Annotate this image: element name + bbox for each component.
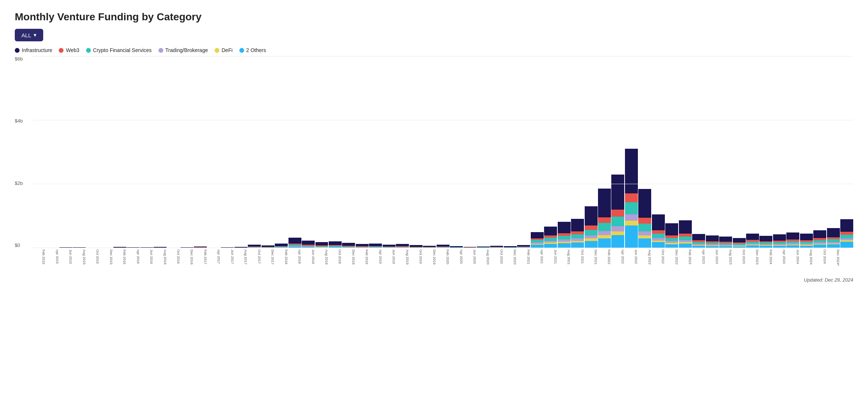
bar-segment-web3[interactable]	[638, 218, 651, 224]
bar-segment-crypto[interactable]	[598, 223, 611, 231]
bar-segment-infra[interactable]	[638, 189, 651, 218]
bar-segment-others[interactable]	[315, 248, 328, 248]
bar-segment-others[interactable]	[692, 246, 705, 248]
bar-segment-crypto[interactable]	[571, 234, 584, 238]
bar-segment-infra[interactable]	[800, 234, 813, 240]
bar-segment-infra[interactable]	[692, 234, 705, 240]
bar-segment-others[interactable]	[827, 244, 840, 248]
bar-segment-infra[interactable]	[288, 238, 301, 244]
bar-segment-infra[interactable]	[531, 232, 544, 238]
bar-segment-infra[interactable]	[369, 244, 382, 246]
bar-segment-others[interactable]	[611, 235, 624, 248]
bar-segment-web3[interactable]	[840, 232, 853, 235]
bar-segment-others[interactable]	[275, 248, 288, 248]
bar-segment-crypto[interactable]	[665, 238, 678, 241]
bar-segment-infra[interactable]	[342, 243, 355, 246]
bar-segment-others[interactable]	[262, 248, 274, 248]
bar-segment-others[interactable]	[383, 248, 396, 248]
bar-segment-defi[interactable]	[625, 221, 638, 225]
bar-segment-infra[interactable]	[773, 234, 786, 240]
bar-segment-others[interactable]	[410, 248, 423, 248]
bar-segment-infra[interactable]	[786, 232, 799, 240]
bar-segment-crypto[interactable]	[652, 234, 665, 238]
bar-segment-web3[interactable]	[571, 231, 584, 234]
bar-segment-crypto[interactable]	[827, 239, 840, 242]
bar-segment-infra[interactable]	[706, 235, 719, 241]
all-filter-button[interactable]: ALL ▾	[15, 29, 43, 41]
bar-segment-others[interactable]	[504, 248, 517, 248]
bar-segment-infra[interactable]	[611, 175, 624, 210]
bar-segment-others[interactable]	[437, 248, 450, 248]
bar-segment-others[interactable]	[342, 248, 355, 248]
bar-segment-infra[interactable]	[827, 228, 840, 237]
bar-segment-infra[interactable]	[813, 230, 826, 238]
bar-segment-others[interactable]	[356, 248, 369, 248]
bar-segment-crypto[interactable]	[544, 238, 557, 241]
bar-segment-others[interactable]	[652, 242, 665, 248]
bar-segment-crypto[interactable]	[625, 202, 638, 214]
bar-segment-infra[interactable]	[544, 227, 557, 235]
bar-segment-others[interactable]	[288, 247, 301, 248]
bar-segment-infra[interactable]	[746, 234, 759, 240]
bar-segment-others[interactable]	[302, 247, 315, 248]
bar-segment-infra[interactable]	[315, 242, 328, 245]
bar-segment-others[interactable]	[625, 225, 638, 248]
bar-segment-others[interactable]	[665, 244, 678, 248]
bar-segment-crypto[interactable]	[840, 235, 853, 238]
bar-segment-crypto[interactable]	[585, 230, 598, 236]
bar-segment-crypto[interactable]	[638, 224, 651, 231]
bar-segment-others[interactable]	[706, 246, 719, 248]
bar-segment-infra[interactable]	[585, 206, 598, 225]
bar-segment-others[interactable]	[813, 245, 826, 248]
bar-segment-infra[interactable]	[679, 220, 692, 234]
bar-segment-defi[interactable]	[638, 235, 651, 238]
bar-segment-others[interactable]	[396, 248, 409, 248]
bar-segment-others[interactable]	[558, 243, 571, 248]
bar-segment-others[interactable]	[773, 246, 786, 248]
bar-segment-others[interactable]	[800, 246, 813, 248]
bar-segment-others[interactable]	[490, 248, 503, 248]
bar-segment-web3[interactable]	[585, 225, 598, 230]
bar-segment-others[interactable]	[585, 241, 598, 248]
bar-segment-others[interactable]	[531, 245, 544, 248]
bar-segment-infra[interactable]	[652, 214, 665, 230]
bar-segment-others[interactable]	[759, 246, 772, 248]
bar-segment-crypto[interactable]	[679, 237, 692, 240]
bar-segment-infra[interactable]	[571, 219, 584, 232]
bar-segment-others[interactable]	[719, 246, 732, 248]
bar-segment-infra[interactable]	[302, 241, 315, 245]
bar-segment-crypto[interactable]	[531, 240, 544, 242]
bar-segment-others[interactable]	[544, 244, 557, 248]
bar-segment-others[interactable]	[369, 248, 382, 248]
bar-segment-infra[interactable]	[598, 189, 611, 217]
bar-segment-trading[interactable]	[585, 235, 598, 238]
bar-segment-infra[interactable]	[759, 236, 772, 241]
bar-segment-infra[interactable]	[275, 244, 288, 246]
bar-segment-others[interactable]	[638, 238, 651, 248]
bar-segment-web3[interactable]	[679, 234, 692, 236]
bar-segment-trading[interactable]	[638, 231, 651, 235]
bar-segment-crypto[interactable]	[558, 236, 571, 240]
bar-segment-others[interactable]	[733, 247, 746, 248]
bar-segment-crypto[interactable]	[611, 217, 624, 226]
bar-segment-others[interactable]	[786, 245, 799, 248]
bar-segment-trading[interactable]	[598, 231, 611, 235]
bar-segment-web3[interactable]	[625, 193, 638, 202]
bar-segment-infra[interactable]	[625, 149, 638, 193]
bar-segment-web3[interactable]	[598, 217, 611, 223]
bar-segment-web3[interactable]	[652, 230, 665, 234]
bar-segment-web3[interactable]	[558, 233, 571, 236]
bar-segment-others[interactable]	[598, 238, 611, 248]
bar-segment-web3[interactable]	[611, 210, 624, 217]
bar-segment-others[interactable]	[679, 244, 692, 248]
bar-segment-defi[interactable]	[598, 235, 611, 238]
bar-segment-others[interactable]	[571, 242, 584, 248]
bar-segment-infra[interactable]	[719, 237, 732, 242]
bar-segment-infra[interactable]	[665, 223, 678, 235]
bar-segment-others[interactable]	[840, 242, 853, 248]
bar-segment-others[interactable]	[248, 248, 261, 248]
bar-segment-others[interactable]	[329, 247, 342, 248]
bar-segment-others[interactable]	[746, 245, 759, 248]
bar-segment-others[interactable]	[517, 248, 530, 248]
bar-segment-trading[interactable]	[611, 226, 624, 231]
